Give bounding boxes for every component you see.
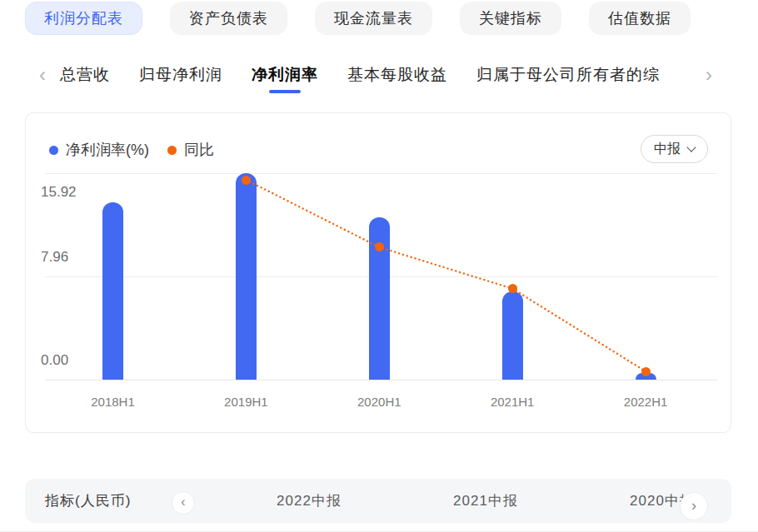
legend-item-1[interactable]: 同比 <box>167 140 214 160</box>
period-dropdown-label: 中报 <box>654 141 681 158</box>
x-axis-label: 2021H1 <box>475 395 550 409</box>
chevron-left-icon[interactable]: ‹ <box>33 52 52 98</box>
legend-item-label: 同比 <box>184 140 214 160</box>
table-scroll-left-button[interactable]: ‹ <box>172 491 195 515</box>
yoy-point-2019H1[interactable] <box>242 176 251 185</box>
page: 利润分配表资产负债表现金流量表关键指标估值数据 ‹ 总营收归母净利润净利润率基本… <box>0 0 758 532</box>
bar-2019H1[interactable] <box>236 173 257 380</box>
tab-cash-flow[interactable]: 现金流量表 <box>315 2 432 35</box>
legend-item-label: 净利润率(%) <box>66 140 149 160</box>
secondary-nav-items: 总营收归母净利润净利润率基本每股收益归属于母公司所有者的综 <box>60 52 660 98</box>
legend-item-0[interactable]: 净利润率(%) <box>49 140 149 160</box>
nav-net-profit-attributable[interactable]: 归母净利润 <box>139 52 222 98</box>
column-header-1[interactable]: 2022中报 <box>247 479 372 523</box>
primary-tab-bar: 利润分配表资产负债表现金流量表关键指标估值数据 <box>25 2 691 35</box>
chevron-left-icon: ‹ <box>181 495 185 509</box>
nav-comprehensive-income[interactable]: 归属于母公司所有者的综 <box>476 52 660 98</box>
metric-column-label: 指标(人民币) <box>45 479 131 523</box>
x-axis-label: 2019H1 <box>208 395 283 409</box>
table-scroll-right-button[interactable]: › <box>680 492 708 520</box>
tab-balance-sheet[interactable]: 资产负债表 <box>170 2 287 35</box>
y-axis-tick-label: 0.00 <box>41 352 68 369</box>
nav-net-profit-margin[interactable]: 净利润率 <box>252 52 318 98</box>
chevron-down-icon <box>686 142 696 152</box>
legend-dot-icon <box>167 146 177 155</box>
y-axis-tick-label: 7.96 <box>41 249 68 266</box>
x-axis-label: 2020H1 <box>342 395 416 409</box>
chevron-right-icon[interactable]: › <box>700 52 718 98</box>
gridline <box>45 173 717 174</box>
secondary-nav: ‹ 总营收归母净利润净利润率基本每股收益归属于母公司所有者的综 › <box>0 52 758 98</box>
bar-2021H1[interactable] <box>502 291 523 380</box>
tab-key-indicators[interactable]: 关键指标 <box>460 2 561 35</box>
x-axis-label: 2018H1 <box>76 395 151 409</box>
tab-profit-distribution[interactable]: 利润分配表 <box>25 2 142 35</box>
nav-total-revenue[interactable]: 总营收 <box>60 52 110 98</box>
nav-basic-eps[interactable]: 基本每股收益 <box>347 52 447 98</box>
table-header-bar: 指标(人民币) 2022中报2021中报2020中报 ‹ › <box>25 479 731 523</box>
tab-valuation-data[interactable]: 估值数据 <box>589 2 691 35</box>
bar-2018H1[interactable] <box>102 202 123 380</box>
yoy-point-2022H1[interactable] <box>641 367 651 376</box>
y-axis-tick-label: 15.92 <box>41 184 77 201</box>
yoy-point-2021H1[interactable] <box>508 284 517 293</box>
chart-card: 净利润率(%)同比 中报 15.927.960.002018H12019H120… <box>25 112 731 433</box>
column-header-2[interactable]: 2021中报 <box>423 479 548 523</box>
chart-plot: 15.927.960.002018H12019H12020H12021H1202… <box>26 113 732 434</box>
x-axis-label: 2022H1 <box>608 395 683 409</box>
gridline <box>45 380 717 380</box>
period-dropdown[interactable]: 中报 <box>641 135 708 163</box>
chart-legend: 净利润率(%)同比 <box>49 140 214 160</box>
chevron-right-icon: › <box>691 498 696 513</box>
legend-dot-icon <box>49 146 58 155</box>
